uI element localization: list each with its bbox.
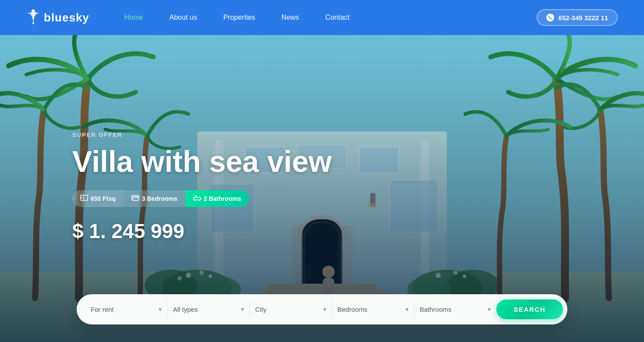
type-select[interactable]: All types Villa Apartment House <box>168 301 250 317</box>
area-icon <box>80 195 88 203</box>
svg-rect-47 <box>194 197 201 200</box>
bedrooms-select-wrapper: Bedrooms 1 2 3 4+ ▼ <box>332 301 414 317</box>
svg-rect-43 <box>132 199 133 200</box>
bath-icon <box>193 195 201 203</box>
svg-line-49 <box>199 200 200 201</box>
svg-line-48 <box>195 200 195 201</box>
hero-price: $ 1. 245 999 <box>72 219 332 243</box>
super-offer-label: SUPER OFFER <box>72 132 332 138</box>
logo-icon <box>26 8 40 27</box>
phone-icon <box>546 14 554 21</box>
search-bar: For rent For sale ▼ All types Villa Apar… <box>77 294 567 324</box>
logo[interactable]: bluesky <box>26 8 89 27</box>
type-select-wrapper: All types Villa Apartment House ▼ <box>168 301 250 317</box>
bed-icon <box>131 195 139 203</box>
navbar: bluesky Home About us Properties News Co… <box>0 0 644 35</box>
bathrooms-value: 2 Bathrooms <box>204 195 241 202</box>
badge-area: 650 Ftsq <box>72 190 124 207</box>
phone-number: 652-345 3222 11 <box>559 14 608 21</box>
hero-content: SUPER OFFER Villa with sea view 650 Ftsq <box>72 132 332 243</box>
nav-properties[interactable]: Properties <box>223 14 255 21</box>
city-select[interactable]: City Miami Los Angeles New York <box>250 301 332 317</box>
bedrooms-value: 3 Bedrooms <box>142 195 177 202</box>
nav-about[interactable]: About us <box>170 14 197 21</box>
rent-select[interactable]: For rent For sale <box>85 301 167 317</box>
area-value: 650 Ftsq <box>91 195 116 202</box>
phone-button[interactable]: 652-345 3222 11 <box>537 9 618 26</box>
bathrooms-select[interactable]: Bathrooms 1 2 3+ <box>414 301 496 317</box>
logo-text: bluesky <box>44 11 89 25</box>
svg-rect-42 <box>132 197 139 199</box>
hero-section: SUPER OFFER Villa with sea view 650 Ftsq <box>0 35 644 342</box>
nav-home[interactable]: Home <box>124 14 143 21</box>
city-select-wrapper: City Miami Los Angeles New York ▼ <box>250 301 332 317</box>
property-badges: 650 Ftsq 3 Bedrooms <box>72 190 332 207</box>
badge-bedrooms: 3 Bedrooms <box>124 190 185 207</box>
search-button[interactable]: SEARCH <box>496 299 563 319</box>
rent-select-wrapper: For rent For sale ▼ <box>85 301 168 317</box>
badge-bathrooms: 2 Bathrooms <box>185 190 249 207</box>
hero-title: Villa with sea view <box>72 145 332 178</box>
bathrooms-select-wrapper: Bathrooms 1 2 3+ ▼ <box>414 301 496 317</box>
nav-links: Home About us Properties News Contact <box>124 14 537 21</box>
bedrooms-select[interactable]: Bedrooms 1 2 3 4+ <box>332 301 414 317</box>
nav-contact[interactable]: Contact <box>326 14 350 21</box>
nav-news[interactable]: News <box>282 14 299 21</box>
